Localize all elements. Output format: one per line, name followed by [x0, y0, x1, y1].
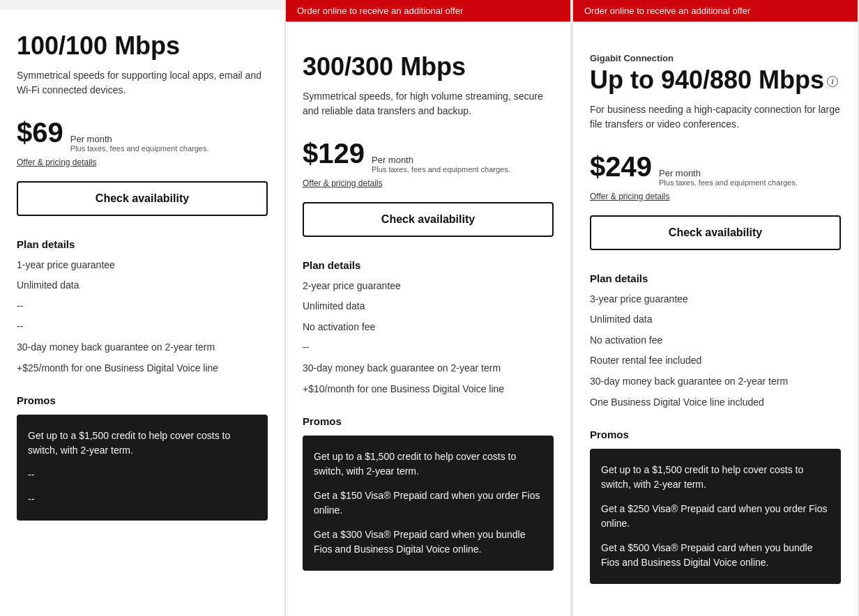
plan-feature-3: -- — [303, 341, 554, 355]
plan-price: $69 — [17, 117, 63, 148]
promos-heading: Promos — [17, 394, 268, 406]
promo-item-1: Get a $250 Visa® Prepaid card when you o… — [601, 502, 830, 531]
plan-feature-0: 3-year price guarantee — [590, 293, 841, 307]
order-banner: Order online to receive an additional of… — [286, 0, 570, 22]
promos-heading: Promos — [590, 429, 841, 440]
per-month-label: Per month — [372, 155, 510, 165]
plan-card-plan-940: Order online to receive an additional of… — [572, 0, 859, 616]
plan-price-detail: Per month Plus taxes, fees and equipment… — [372, 155, 510, 174]
promo-item-2: Get a $300 Visa® Prepaid card when you b… — [314, 528, 542, 557]
plan-feature-2: -- — [17, 300, 268, 314]
taxes-label: Plus taxes, fees and equipment charges. — [659, 178, 798, 187]
plan-feature-2: No activation fee — [303, 321, 554, 334]
promo-item-1: -- — [28, 468, 257, 482]
plan-feature-3: Router rental fee included — [590, 354, 841, 368]
plan-price-row: $69 Per month Plus taxes, fees and equip… — [17, 117, 268, 153]
plan-description: Symmetrical speeds for supporting local … — [17, 68, 268, 103]
plan-speed: Up to 940/880 Mbpsi — [590, 66, 841, 94]
plan-feature-5: +$25/month for one Business Digital Voic… — [17, 362, 268, 376]
plan-feature-1: Unlimited data — [590, 313, 841, 327]
taxes-label: Plus taxes, fees and equipment charges. — [70, 144, 209, 153]
plan-price-row: $249 Per month Plus taxes, fees and equi… — [590, 151, 841, 187]
plan-top: 300/300 MbpsSymmetrical speeds, for high… — [303, 53, 554, 259]
plan-feature-0: 2-year price guarantee — [303, 279, 554, 293]
promo-item-2: Get a $500 Visa® Prepaid card when you b… — [601, 541, 830, 570]
plan-price-detail: Per month Plus taxes, fees and equipment… — [659, 168, 798, 187]
check-availability-button[interactable]: Check availability — [17, 181, 268, 216]
check-availability-button[interactable]: Check availability — [590, 215, 841, 250]
plan-price-detail: Per month Plus taxes, fees and equipment… — [70, 134, 209, 153]
promo-item-0: Get up to a $1,500 credit to help cover … — [28, 429, 257, 458]
plan-feature-4: 30-day money back guarantee on 2-year te… — [590, 375, 841, 389]
plan-feature-0: 1-year price guarantee — [17, 259, 268, 272]
per-month-label: Per month — [659, 168, 798, 178]
offer-pricing-link[interactable]: Offer & pricing details — [303, 178, 383, 188]
plan-feature-2: No activation fee — [590, 334, 841, 348]
promo-box: Get up to a $1,500 credit to help cover … — [303, 436, 554, 571]
plan-feature-4: 30-day money back guarantee on 2-year te… — [17, 341, 268, 355]
plan-description: Symmetrical speeds, for high volume stre… — [303, 89, 554, 124]
plan-price: $129 — [303, 138, 365, 169]
offer-pricing-link[interactable]: Offer & pricing details — [590, 192, 670, 201]
plan-price: $249 — [590, 151, 652, 183]
plan-feature-5: One Business Digital Voice line included — [590, 396, 841, 410]
plan-feature-4: 30-day money back guarantee on 2-year te… — [303, 362, 554, 376]
plan-speed: 100/100 Mbps — [17, 32, 268, 60]
plan-card-plan-100: 100/100 MbpsSymmetrical speeds for suppo… — [0, 10, 284, 616]
plan-description: For business needing a high-capacity con… — [590, 102, 841, 137]
plan-price-row: $129 Per month Plus taxes, fees and equi… — [303, 138, 554, 174]
plan-top: 100/100 MbpsSymmetrical speeds for suppo… — [17, 32, 268, 238]
plan-top: Gigabit ConnectionUp to 940/880 MbpsiFor… — [590, 53, 841, 272]
promo-box: Get up to a $1,500 credit to help cover … — [590, 449, 841, 584]
plan-feature-1: Unlimited data — [17, 279, 268, 293]
taxes-label: Plus taxes, fees and equipment charges. — [372, 165, 510, 174]
plan-feature-1: Unlimited data — [303, 300, 554, 314]
plan-card-plan-300: Order online to receive an additional of… — [284, 0, 572, 616]
order-banner: Order online to receive an additional of… — [573, 0, 858, 22]
offer-pricing-link[interactable]: Offer & pricing details — [17, 157, 97, 167]
info-icon[interactable]: i — [827, 76, 838, 87]
plan-speed: 300/300 Mbps — [303, 53, 554, 81]
promo-item-2: -- — [28, 492, 257, 507]
plan-feature-5: +$10/month for one Business Digital Voic… — [303, 383, 554, 396]
promos-heading: Promos — [303, 415, 554, 427]
promo-item-0: Get up to a $1,500 credit to help cover … — [314, 449, 542, 479]
plan-details-heading: Plan details — [590, 272, 841, 284]
plan-details-heading: Plan details — [17, 238, 268, 250]
plan-tag: Gigabit Connection — [590, 53, 841, 63]
promo-item-0: Get up to a $1,500 credit to help cover … — [601, 463, 830, 492]
per-month-label: Per month — [70, 134, 209, 144]
plan-details-heading: Plan details — [303, 259, 554, 271]
promo-item-1: Get a $150 Visa® Prepaid card when you o… — [314, 488, 542, 518]
promo-box: Get up to a $1,500 credit to help cover … — [17, 415, 268, 521]
check-availability-button[interactable]: Check availability — [303, 202, 554, 237]
plans-container: 100/100 MbpsSymmetrical speeds for suppo… — [0, 0, 859, 616]
plan-feature-3: -- — [17, 320, 268, 334]
